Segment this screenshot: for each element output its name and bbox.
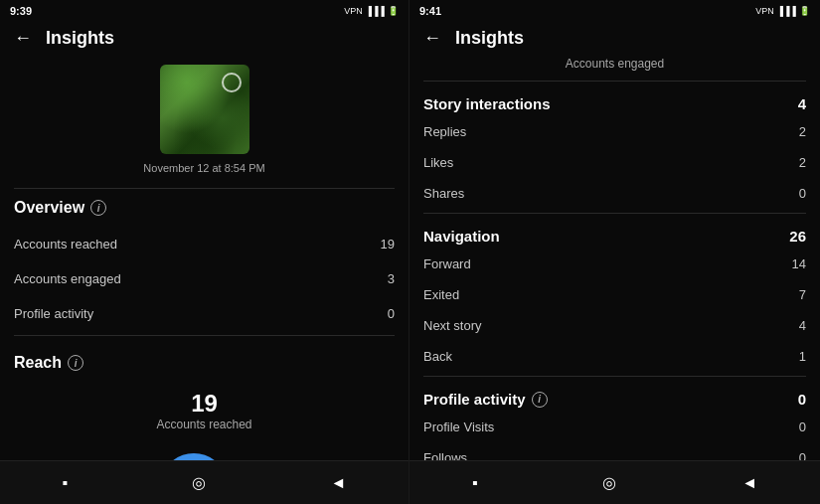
left-header: ← Insights	[0, 22, 409, 57]
left-nav-home[interactable]: ◎	[192, 473, 206, 492]
reach-divider	[14, 335, 395, 336]
right-nav-back[interactable]: ◄	[741, 474, 757, 492]
follows-row: Follows 0	[423, 442, 806, 460]
donut-chart	[154, 447, 234, 460]
left-signal-icon: VPN	[344, 6, 363, 16]
profile-activity-total: 0	[798, 391, 806, 408]
next-story-row: Next story 4	[423, 310, 806, 341]
overview-title: Overview	[14, 199, 84, 217]
right-time: 9:41	[419, 5, 441, 17]
right-status-bar: 9:41 VPN ▐▐▐ 🔋	[410, 0, 820, 22]
right-panel: 9:41 VPN ▐▐▐ 🔋 ← Insights Accounts engag…	[410, 0, 820, 504]
shares-row: Shares 0	[423, 178, 806, 209]
left-back-button[interactable]: ←	[14, 28, 32, 49]
donut-svg	[154, 447, 234, 460]
likes-row: Likes 2	[423, 147, 806, 178]
accounts-engaged-label: Accounts engaged	[14, 271, 121, 286]
follows-label: Follows	[423, 450, 467, 460]
story-interactions-divider-top	[423, 81, 806, 82]
left-status-icons: VPN ▐▐▐ 🔋	[344, 6, 399, 16]
accounts-engaged-row: Accounts engaged 3	[14, 261, 395, 296]
left-bottom-nav: ▪ ◎ ◄	[0, 460, 409, 504]
back-value: 1	[799, 349, 806, 364]
right-signal-icon: VPN	[755, 6, 774, 16]
right-nav-home[interactable]: ◎	[602, 473, 616, 492]
left-nav-square[interactable]: ▪	[63, 474, 69, 492]
reach-info-icon[interactable]: i	[68, 355, 83, 371]
profile-visits-value: 0	[799, 420, 806, 434]
story-interactions-header: Story interactions 4	[423, 85, 806, 116]
reach-total-number: 19	[14, 382, 395, 418]
profile-activity-divider	[423, 376, 806, 377]
right-nav-square[interactable]: ▪	[472, 474, 478, 492]
right-back-button[interactable]: ←	[423, 28, 441, 49]
exited-row: Exited 7	[423, 279, 806, 310]
overview-top-divider	[14, 188, 395, 189]
profile-activity-info-icon[interactable]: i	[532, 392, 548, 408]
likes-label: Likes	[423, 155, 453, 170]
replies-label: Replies	[423, 124, 466, 139]
navigation-divider	[423, 213, 806, 214]
profile-activity-label: Profile activity	[14, 306, 93, 321]
story-thumbnail	[160, 65, 249, 154]
follows-value: 0	[799, 450, 806, 460]
left-battery-icon: 🔋	[388, 6, 399, 16]
story-timestamp: November 12 at 8:54 PM	[14, 158, 395, 184]
reach-total-label: Accounts reached	[14, 418, 395, 441]
profile-activity-title-row: Profile activity i	[423, 391, 548, 408]
forward-label: Forward	[423, 256, 471, 271]
right-wifi-icon: ▐▐▐	[777, 6, 796, 16]
navigation-header: Navigation 26	[423, 218, 806, 249]
donut-row: 19 Followers 0	[14, 441, 395, 460]
profile-visits-row: Profile Visits 0	[423, 412, 806, 442]
shares-value: 0	[799, 186, 806, 201]
reach-section-header: Reach i	[14, 348, 395, 382]
reach-title: Reach	[14, 354, 62, 372]
navigation-total: 26	[789, 228, 806, 245]
profile-visits-label: Profile Visits	[423, 420, 494, 434]
exited-label: Exited	[423, 287, 459, 302]
story-interactions-total: 4	[798, 95, 806, 112]
left-status-bar: 9:39 VPN ▐▐▐ 🔋	[0, 0, 409, 22]
right-status-icons: VPN ▐▐▐ 🔋	[755, 6, 810, 16]
svg-point-1	[166, 459, 222, 460]
profile-activity-row: Profile activity 0	[14, 296, 395, 331]
overview-info-icon[interactable]: i	[90, 200, 106, 216]
back-label: Back	[423, 349, 452, 364]
navigation-title: Navigation	[423, 228, 500, 245]
overview-section: Overview i	[14, 193, 395, 227]
right-header: ← Insights	[410, 22, 820, 57]
story-interactions-title: Story interactions	[423, 95, 551, 112]
left-nav-back[interactable]: ◄	[331, 474, 347, 492]
accounts-reached-label: Accounts reached	[14, 237, 117, 252]
exited-value: 7	[799, 287, 806, 302]
accounts-reached-value: 19	[381, 237, 395, 252]
left-page-title: Insights	[46, 28, 114, 49]
forward-value: 14	[792, 256, 806, 271]
profile-activity-header: Profile activity i 0	[423, 381, 806, 412]
forward-row: Forward 14	[423, 249, 806, 279]
shares-label: Shares	[423, 186, 464, 201]
left-wifi-icon: ▐▐▐	[366, 6, 385, 16]
next-story-value: 4	[799, 318, 806, 333]
accounts-reached-row: Accounts reached 19	[14, 227, 395, 261]
left-time: 9:39	[10, 5, 32, 17]
replies-value: 2	[799, 124, 806, 139]
likes-value: 2	[799, 155, 806, 170]
next-story-label: Next story	[423, 318, 482, 333]
story-image-container	[14, 57, 395, 158]
left-panel: 9:39 VPN ▐▐▐ 🔋 ← Insights November 12 at…	[0, 0, 410, 504]
right-bottom-nav: ▪ ◎ ◄	[410, 460, 820, 504]
right-content: Story interactions 4 Replies 2 Likes 2 S…	[410, 77, 820, 460]
profile-activity-value: 0	[388, 306, 395, 321]
accounts-engaged-value: 3	[388, 271, 395, 286]
right-sub-header: Accounts engaged	[410, 57, 820, 77]
right-page-title: Insights	[455, 28, 524, 49]
right-battery-icon: 🔋	[799, 6, 810, 16]
left-content: November 12 at 8:54 PM Overview i Accoun…	[0, 57, 409, 460]
reach-section: Reach i 19 Accounts reached 19 Followers	[14, 340, 395, 460]
profile-activity-title: Profile activity	[423, 391, 526, 408]
replies-row: Replies 2	[423, 116, 806, 147]
back-row: Back 1	[423, 341, 806, 372]
